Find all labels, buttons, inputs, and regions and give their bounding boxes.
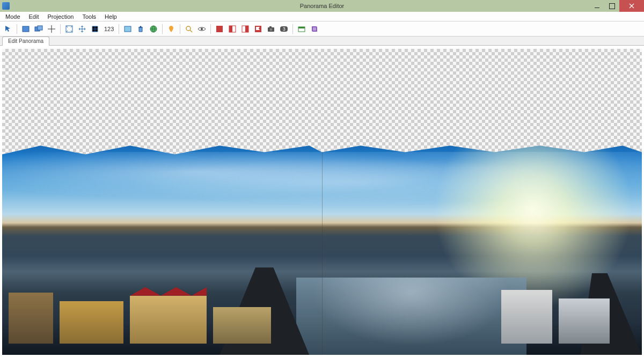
menu-help[interactable]: Help bbox=[100, 12, 121, 21]
panel-button[interactable] bbox=[122, 23, 134, 35]
globe-icon bbox=[149, 25, 158, 33]
building-block bbox=[130, 296, 207, 344]
transparency-checkerboard[interactable] bbox=[2, 49, 642, 355]
tab-edit-panorama[interactable]: Edit Panorama bbox=[2, 37, 49, 46]
menu-mode[interactable]: Mode bbox=[1, 12, 25, 21]
panorama-image[interactable] bbox=[2, 135, 642, 355]
move-button[interactable] bbox=[76, 23, 88, 35]
building-block bbox=[60, 301, 123, 344]
building-block bbox=[559, 298, 610, 344]
svg-point-15 bbox=[270, 28, 273, 31]
trash-icon bbox=[136, 25, 145, 33]
building-block bbox=[9, 293, 53, 344]
cursor-icon bbox=[4, 25, 12, 33]
svg-rect-4 bbox=[125, 26, 131, 32]
export-icon bbox=[297, 25, 306, 33]
mask-red-button[interactable] bbox=[214, 23, 225, 35]
svg-rect-12 bbox=[245, 26, 248, 32]
svg-rect-8 bbox=[216, 26, 223, 32]
svg-point-7 bbox=[201, 28, 203, 30]
badge-button[interactable]: 3 bbox=[278, 23, 290, 35]
images-icon bbox=[34, 25, 43, 33]
globe-button[interactable] bbox=[148, 23, 159, 35]
close-button[interactable] bbox=[619, 0, 644, 12]
maximize-button[interactable] bbox=[604, 0, 619, 12]
toolbar-separator bbox=[162, 24, 163, 34]
flag-icon bbox=[254, 25, 262, 33]
multi-image-button[interactable] bbox=[33, 23, 45, 35]
mask-left-icon bbox=[228, 25, 237, 33]
menu-bar: Mode Edit Projection Tools Help bbox=[0, 12, 644, 21]
svg-rect-16 bbox=[269, 26, 272, 27]
move-icon bbox=[78, 25, 86, 33]
zoom-button[interactable] bbox=[183, 23, 195, 35]
panorama-foreground bbox=[2, 214, 642, 355]
svg-rect-0 bbox=[23, 26, 29, 32]
toolbar-separator bbox=[210, 24, 211, 34]
mask-right-button[interactable] bbox=[239, 23, 251, 35]
select-tool-button[interactable] bbox=[2, 23, 14, 35]
single-image-button[interactable] bbox=[20, 23, 32, 35]
menu-edit[interactable]: Edit bbox=[25, 12, 43, 21]
menu-projection[interactable]: Projection bbox=[43, 12, 78, 21]
fit-icon bbox=[65, 25, 74, 33]
window-controls bbox=[589, 0, 644, 12]
numeric-display[interactable]: 123 bbox=[102, 26, 116, 32]
toolbar-separator bbox=[60, 24, 61, 34]
help-button[interactable] bbox=[309, 23, 320, 35]
camera-icon bbox=[267, 25, 275, 33]
crosshair-icon bbox=[47, 25, 56, 33]
editor-canvas-wrap bbox=[0, 46, 644, 357]
title-bar: Panorama Editor bbox=[0, 0, 644, 12]
building-block bbox=[501, 290, 552, 344]
fit-button[interactable] bbox=[63, 23, 75, 35]
eye-icon bbox=[197, 25, 206, 33]
panel-icon bbox=[123, 25, 132, 33]
center-button[interactable] bbox=[46, 23, 57, 35]
toolbar-separator bbox=[292, 24, 293, 34]
svg-rect-10 bbox=[229, 26, 232, 32]
marker-button[interactable] bbox=[165, 23, 177, 35]
toolbar-separator bbox=[17, 24, 17, 34]
preview-button[interactable] bbox=[196, 23, 208, 35]
export-button[interactable] bbox=[296, 23, 308, 35]
svg-rect-2 bbox=[38, 26, 42, 30]
image-icon bbox=[21, 25, 30, 33]
snow-ground bbox=[296, 278, 526, 355]
building-block bbox=[213, 307, 270, 344]
mask-left-button[interactable] bbox=[226, 23, 238, 35]
svg-point-6 bbox=[186, 26, 191, 31]
grid-button[interactable] bbox=[89, 23, 101, 35]
toolbar-separator bbox=[180, 24, 180, 34]
book-icon bbox=[310, 25, 319, 33]
pin-icon bbox=[167, 25, 175, 33]
tab-strip: Edit Panorama bbox=[0, 37, 644, 46]
camera-button[interactable] bbox=[265, 23, 277, 35]
magnifier-icon bbox=[185, 25, 193, 33]
mask-right-icon bbox=[241, 25, 250, 33]
minimize-button[interactable] bbox=[589, 0, 604, 12]
mask-square-icon bbox=[215, 25, 224, 33]
window-title: Panorama Editor bbox=[300, 3, 345, 9]
grid-icon bbox=[91, 25, 99, 33]
menu-tools[interactable]: Tools bbox=[78, 12, 100, 21]
toolbar: 123 3 bbox=[0, 21, 644, 37]
mask-flag-button[interactable] bbox=[252, 23, 264, 35]
delete-button[interactable] bbox=[135, 23, 147, 35]
svg-rect-19 bbox=[298, 27, 305, 28]
toolbar-separator bbox=[119, 24, 119, 34]
app-icon bbox=[2, 2, 10, 10]
badge-label: 3 bbox=[283, 26, 286, 32]
